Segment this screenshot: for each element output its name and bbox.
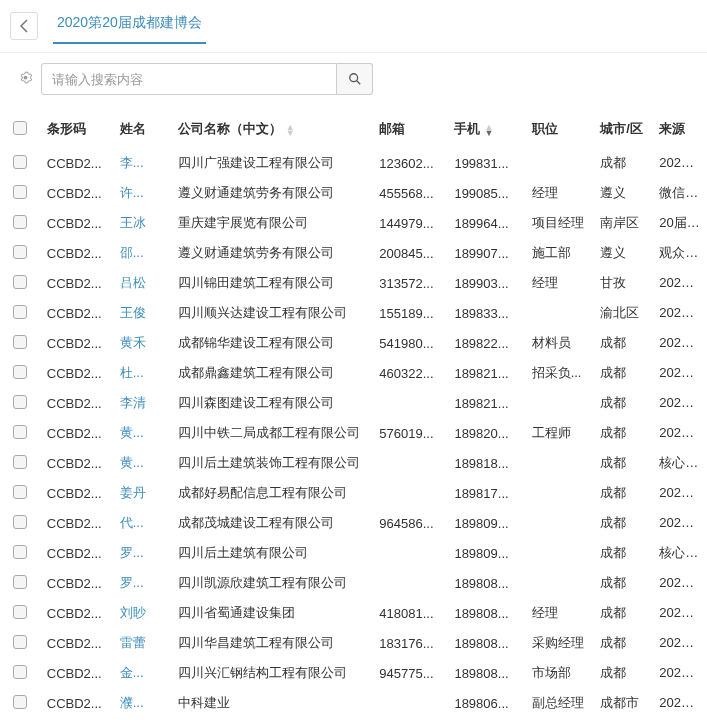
table-row[interactable]: CCBD2...黄禾成都锦华建设工程有限公司541980...189822...… [0,328,707,358]
cell-phone: 189821... [448,358,525,388]
cell-name[interactable]: 金... [114,658,172,688]
cell-city: 成都 [594,358,653,388]
row-checkbox[interactable] [13,485,27,499]
cell-barcode: CCBD2... [41,508,114,538]
cell-source: 2020届... [653,388,707,418]
cell-name[interactable]: 李清 [114,388,172,418]
table-row[interactable]: CCBD2...罗...四川后土建筑有限公司189809...成都核心买家 [0,538,707,568]
cell-city: 南岸区 [594,208,653,238]
table-row[interactable]: CCBD2...濮...中科建业189806...副总经理成都市2020届... [0,688,707,718]
cell-name[interactable]: 濮... [114,688,172,718]
cell-name[interactable]: 许... [114,178,172,208]
row-checkbox[interactable] [13,395,27,409]
col-position[interactable]: 职位 [526,110,595,148]
cell-position: 副总经理 [526,688,595,718]
cell-company: 中科建业 [172,688,374,718]
cell-phone: 189820... [448,418,525,448]
col-phone[interactable]: 手机▲▼ [448,110,525,148]
row-checkbox[interactable] [13,455,27,469]
cell-city: 遵义 [594,178,653,208]
cell-name[interactable]: 黄禾 [114,328,172,358]
col-name[interactable]: 姓名 [114,110,172,148]
search-input[interactable] [41,63,337,95]
row-checkbox[interactable] [13,245,27,259]
cell-city: 成都 [594,508,653,538]
table-row[interactable]: CCBD2...李清四川森图建设工程有限公司189821...成都2020届..… [0,388,707,418]
table-row[interactable]: CCBD2...李...四川广强建设工程有限公司123602...199831.… [0,148,707,178]
table-row[interactable]: CCBD2...代...成都茂城建设工程有限公司964586...189809.… [0,508,707,538]
table-row[interactable]: CCBD2...黄...四川中铁二局成都工程有限公司576019...18982… [0,418,707,448]
cell-position [526,478,595,508]
col-email[interactable]: 邮箱 [373,110,448,148]
cell-name[interactable]: 杜... [114,358,172,388]
cell-company: 四川兴汇钢结构工程有限公司 [172,658,374,688]
cell-source: 20届地... [653,208,707,238]
table-row[interactable]: CCBD2...吕松四川锦田建筑工程有限公司313572...189903...… [0,268,707,298]
table-row[interactable]: CCBD2...金...四川兴汇钢结构工程有限公司945775...189808… [0,658,707,688]
cell-barcode: CCBD2... [41,298,114,328]
search-icon [348,72,362,86]
row-checkbox[interactable] [13,515,27,529]
cell-barcode: CCBD2... [41,328,114,358]
back-button[interactable] [10,12,38,40]
table-row[interactable]: CCBD2...杜...成都鼎鑫建筑工程有限公司460322...189821.… [0,358,707,388]
search-button[interactable] [337,63,373,95]
row-checkbox[interactable] [13,305,27,319]
table-row[interactable]: CCBD2...罗...四川凯源欣建筑工程有限公司189808...成都2020… [0,568,707,598]
row-checkbox[interactable] [13,275,27,289]
cell-name[interactable]: 姜丹 [114,478,172,508]
sort-icon: ▲▼ [286,124,295,136]
table-row[interactable]: CCBD2...姜丹成都好易配信息工程有限公司189817...成都2020届.… [0,478,707,508]
row-checkbox[interactable] [13,365,27,379]
cell-name[interactable]: 雷蕾 [114,628,172,658]
table-row[interactable]: CCBD2...雷蕾四川华昌建筑工程有限公司183176...189808...… [0,628,707,658]
table-row[interactable]: CCBD2...刘眇四川省蜀通建设集团418081...189808...经理成… [0,598,707,628]
row-checkbox[interactable] [13,695,27,709]
cell-name[interactable]: 代... [114,508,172,538]
table-row[interactable]: CCBD2...王冰重庆建宇展览有限公司144979...189964...项目… [0,208,707,238]
row-checkbox[interactable] [13,215,27,229]
row-checkbox[interactable] [13,575,27,589]
cell-barcode: CCBD2... [41,448,114,478]
cell-barcode: CCBD2... [41,568,114,598]
col-company[interactable]: 公司名称（中文）▲▼ [172,110,374,148]
cell-name[interactable]: 吕松 [114,268,172,298]
table-row[interactable]: CCBD2...邵...遵义财通建筑劳务有限公司200845...189907.… [0,238,707,268]
row-checkbox[interactable] [13,185,27,199]
cell-email [373,388,448,418]
col-city[interactable]: 城市/区 [594,110,653,148]
cell-position: 市场部 [526,658,595,688]
row-checkbox[interactable] [13,425,27,439]
col-source[interactable]: 来源 [653,110,707,148]
cell-position [526,568,595,598]
cell-company: 四川锦田建筑工程有限公司 [172,268,374,298]
cell-name[interactable]: 罗... [114,538,172,568]
row-checkbox[interactable] [13,605,27,619]
cell-phone: 189808... [448,658,525,688]
cell-name[interactable]: 邵... [114,238,172,268]
row-checkbox[interactable] [13,335,27,349]
page-title: 2020第20届成都建博会 [53,8,206,44]
cell-name[interactable]: 王俊 [114,298,172,328]
row-checkbox[interactable] [13,635,27,649]
cell-name[interactable]: 李... [114,148,172,178]
cell-name[interactable]: 王冰 [114,208,172,238]
table-row[interactable]: CCBD2...王俊四川顺兴达建设工程有限公司155189...189833..… [0,298,707,328]
select-all-checkbox[interactable] [13,121,27,135]
table-row[interactable]: CCBD2...黄...四川后土建筑装饰工程有限公司189818...成都核心买… [0,448,707,478]
gear-icon[interactable] [18,70,33,88]
cell-name[interactable]: 黄... [114,418,172,448]
cell-city: 成都 [594,568,653,598]
cell-name[interactable]: 罗... [114,568,172,598]
cell-phone: 189806... [448,688,525,718]
cell-source: 2020届... [653,328,707,358]
row-checkbox[interactable] [13,545,27,559]
cell-name[interactable]: 刘眇 [114,598,172,628]
row-checkbox[interactable] [13,665,27,679]
col-barcode[interactable]: 条形码 [41,110,114,148]
table-row[interactable]: CCBD2...许...遵义财通建筑劳务有限公司455568...199085.… [0,178,707,208]
chevron-left-icon [19,19,29,33]
row-checkbox[interactable] [13,155,27,169]
cell-email [373,568,448,598]
cell-name[interactable]: 黄... [114,448,172,478]
